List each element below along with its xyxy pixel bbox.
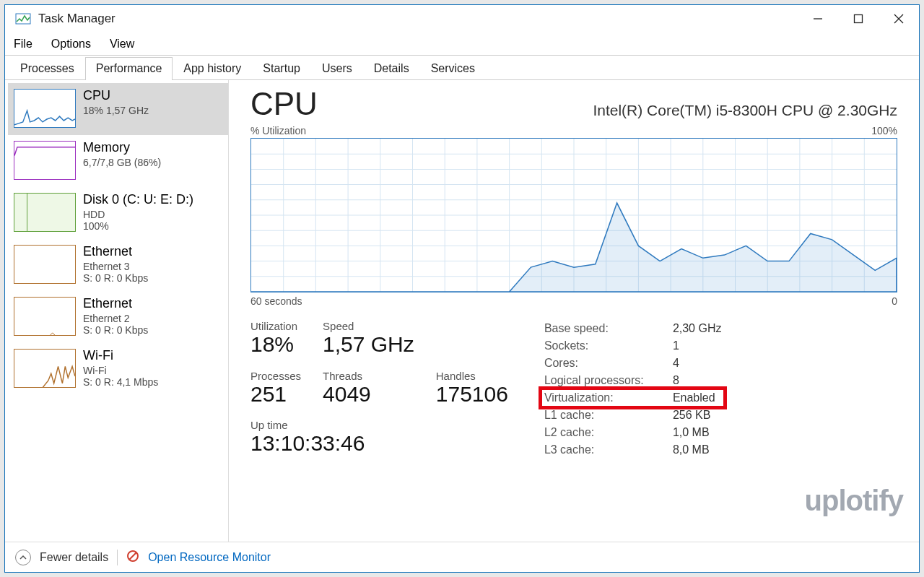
stat-label: Handles [436,370,508,382]
sidebar-item-sub: 18% 1,57 GHz [83,105,149,116]
detail-value: 8,0 MB [673,441,722,459]
fewer-details-toggle[interactable] [15,550,31,565]
stat-label: Threads [323,370,414,382]
sidebar-item-sub2: 100% [83,220,193,232]
cpu-utilization-chart[interactable] [250,138,897,292]
stat-value: 18% [250,332,301,357]
stat-value: 4049 [323,382,414,407]
tab-processes[interactable]: Processes [9,57,85,80]
stat-value: 1,57 GHz [323,332,414,357]
detail-key: Cores: [544,355,673,372]
detail-value: 2,30 GHz [673,320,722,337]
detail-key: Virtualization: [544,389,673,407]
wifi-thumb-icon [14,349,76,388]
sidebar-item-label: CPU [83,89,149,103]
detail-value: 1,0 MB [673,424,722,441]
cpu-detail-table: Base speed:2,30 GHz Sockets:1 Cores:4 Lo… [544,320,722,459]
detail-key: L1 cache: [544,407,673,424]
watermark: uplotify [805,485,903,517]
stat-label: Processes [250,370,301,382]
sidebar-item-ethernet-2[interactable]: Ethernet Ethernet 2 S: 0 R: 0 Kbps [8,291,228,343]
tab-startup[interactable]: Startup [252,57,311,80]
detail-key: L2 cache: [544,424,673,441]
tab-users[interactable]: Users [311,57,363,80]
menu-view[interactable]: View [110,38,134,51]
sidebar-item-wifi[interactable]: Wi-Fi Wi-Fi S: 0 R: 4,1 Mbps [8,343,228,395]
sidebar-item-label: Wi-Fi [83,349,158,363]
detail-value: 4 [673,355,722,372]
resource-monitor-icon [126,550,139,565]
tab-services[interactable]: Services [420,57,486,80]
sidebar-item-sub: Wi-Fi [83,365,158,376]
chart-y-label: % Utilization [250,125,306,136]
sidebar-item-label: Memory [83,141,161,155]
page-title: CPU [250,86,318,122]
menu-file[interactable]: File [14,38,32,51]
stat-value: 175106 [436,382,508,407]
sidebar-item-sub2: S: 0 R: 4,1 Mbps [83,376,158,388]
detail-key: Base speed: [544,320,673,337]
chart-x-left: 60 seconds [250,295,302,307]
detail-key: Logical processors: [544,372,673,389]
sidebar-item-cpu[interactable]: CPU 18% 1,57 GHz [8,83,228,135]
menubar: File Options View [5,32,919,56]
menu-options[interactable]: Options [51,38,91,51]
chart-y-max: 100% [871,125,897,136]
sidebar-item-label: Ethernet [83,245,148,259]
stat-value: 251 [250,382,301,407]
stat-value: 13:10:33:46 [250,431,508,456]
cpu-details-pane: CPU Intel(R) Core(TM) i5-8300H CPU @ 2.3… [229,80,919,542]
sidebar-item-sub: 6,7/7,8 GB (86%) [83,157,161,168]
ethernet-thumb-icon [14,297,76,336]
chevron-up-icon [19,554,27,561]
stat-label: Up time [250,419,508,431]
sidebar-item-sub2: S: 0 R: 0 Kbps [83,272,148,284]
sidebar-item-label: Disk 0 (C: U: E: D:) [83,193,193,207]
tab-app-history[interactable]: App history [173,57,252,80]
window-title: Task Manager [38,12,116,26]
sidebar-item-label: Ethernet [83,297,148,311]
performance-sidebar[interactable]: CPU 18% 1,57 GHz Memory 6,7/7,8 GB (86%) [5,80,229,542]
stat-label: Speed [323,320,414,332]
minimize-button[interactable] [798,5,838,32]
svg-line-35 [129,552,136,560]
sidebar-item-sub: Ethernet 2 [83,313,148,324]
detail-key: Sockets: [544,337,673,355]
ethernet-thumb-icon [14,245,76,284]
stat-label: Utilization [250,320,301,332]
tabbar: Processes Performance App history Startu… [5,56,919,80]
cpu-thumb-icon [14,89,76,128]
svg-rect-2 [855,15,863,23]
cpu-model-name: Intel(R) Core(TM) i5-8300H CPU @ 2.30GHz [593,102,897,119]
fewer-details-label[interactable]: Fewer details [40,551,108,564]
detail-value: 8 [673,372,722,389]
sidebar-item-sub2: S: 0 R: 0 Kbps [83,324,148,336]
close-button[interactable] [879,5,919,32]
tab-details[interactable]: Details [363,57,420,80]
tab-performance[interactable]: Performance [85,57,173,80]
footer: Fewer details Open Resource Monitor [5,542,919,572]
task-manager-icon [15,11,31,27]
titlebar: Task Manager [5,5,919,32]
sidebar-item-memory[interactable]: Memory 6,7/7,8 GB (86%) [8,135,228,187]
memory-thumb-icon [14,141,76,180]
detail-value: 256 KB [673,407,722,424]
maximize-button[interactable] [838,5,879,32]
detail-key: L3 cache: [544,441,673,459]
disk-thumb-icon [14,193,76,232]
sidebar-item-sub: Ethernet 3 [83,261,148,272]
sidebar-item-sub: HDD [83,209,193,220]
detail-value: Enabled [673,389,722,407]
chart-x-right: 0 [892,295,897,307]
sidebar-item-disk[interactable]: Disk 0 (C: U: E: D:) HDD 100% [8,187,228,239]
detail-value: 1 [673,337,722,355]
open-resource-monitor-link[interactable]: Open Resource Monitor [148,551,271,564]
divider [117,550,118,565]
sidebar-item-ethernet-1[interactable]: Ethernet Ethernet 3 S: 0 R: 0 Kbps [8,239,228,291]
task-manager-window: Task Manager File Options View Processes… [4,4,920,573]
